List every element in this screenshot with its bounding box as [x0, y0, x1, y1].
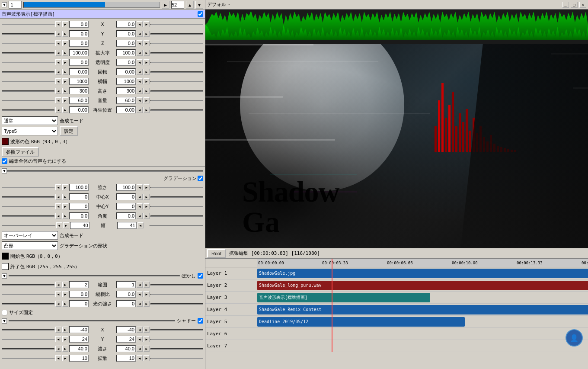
width-right-arrow3[interactable]: ▶ [144, 78, 150, 84]
blur-expand-icon[interactable]: ▼ [2, 273, 7, 279]
y-right-arrow2[interactable]: ◀ [137, 31, 143, 37]
rotation-right-arrow[interactable]: ▶ [62, 69, 68, 75]
width-left-arrow[interactable]: ◀ [55, 78, 61, 84]
z-slider-right[interactable] [150, 43, 203, 44]
centerx-right-arrow[interactable]: ▶ [62, 194, 68, 200]
diffuse-slider-right[interactable] [150, 358, 203, 359]
track-clip-1[interactable]: ShadowGale.jpg [257, 269, 588, 278]
range-slider-right[interactable] [150, 284, 203, 286]
total-frames-input[interactable]: 525 [171, 1, 184, 9]
width2-right-arrow2[interactable]: ◀ [137, 222, 144, 228]
diffuse-slider-left[interactable] [2, 358, 54, 359]
shadowy-slider-left[interactable] [2, 339, 54, 340]
track-row-4[interactable]: ShadowGale Remix Contest [257, 304, 588, 316]
maximize-btn[interactable]: □ [571, 2, 578, 8]
opacity-slider-right[interactable] [150, 62, 203, 63]
width2-value-right[interactable]: 41 [117, 222, 137, 229]
vscale-value-right[interactable]: 0.0 [116, 291, 136, 298]
vscale-right-arrow[interactable]: ▶ [62, 291, 68, 297]
centerx-value-right[interactable]: 0 [116, 193, 136, 200]
y-left-arrow[interactable]: ◀ [55, 31, 61, 37]
blur-checkbox[interactable] [198, 273, 203, 279]
range-right-arrow[interactable]: ▶ [62, 282, 68, 288]
angle-right-arrow3[interactable]: ▶ [144, 213, 150, 219]
rotation-value-right[interactable]: 0.00 [116, 68, 136, 75]
centery-value-left[interactable]: 0 [69, 203, 89, 210]
range-left-arrow[interactable]: ◀ [55, 282, 61, 288]
z-value-right[interactable]: 0.0 [116, 40, 136, 47]
volume-value-left[interactable]: 60.0 [69, 97, 89, 104]
playpos-right-arrow[interactable]: ▶ [62, 107, 68, 113]
minimize-btn[interactable]: _ [562, 2, 569, 8]
density-left-arrow[interactable]: ◀ [55, 346, 61, 352]
range-slider-left[interactable] [2, 284, 54, 286]
start-color-preview[interactable] [2, 253, 9, 260]
shadow-checkbox[interactable] [198, 318, 203, 324]
track-row-6[interactable] [257, 328, 588, 340]
settings-btn[interactable]: 設定 [60, 126, 78, 136]
shadowy-right-arrow2[interactable]: ◀ [137, 336, 143, 342]
shadowx-left-arrow[interactable]: ◀ [55, 327, 61, 333]
centery-left-arrow[interactable]: ◀ [55, 203, 61, 209]
playpos-value-right[interactable]: 0.00 [116, 106, 136, 113]
track-clip-2[interactable]: ShadowGale_long_puru.wav ▼ [257, 281, 588, 290]
shadowy-right-arrow3[interactable]: ▶ [144, 336, 150, 342]
wave-color-preview[interactable] [2, 138, 9, 145]
width-right-arrow2[interactable]: ◀ [137, 78, 143, 84]
edit-all-checkbox[interactable] [2, 158, 7, 164]
frame-down-btn[interactable]: ▼ [195, 1, 203, 9]
vscale-slider-left[interactable] [2, 294, 54, 295]
scale-value-left[interactable]: 100.00 [69, 49, 89, 56]
range-value-left[interactable]: 2 [69, 281, 89, 288]
grad-shape-select[interactable]: 凸形 [2, 241, 58, 250]
play-btn[interactable]: ▶ [162, 1, 169, 9]
rotation-right-arrow3[interactable]: ▶ [144, 69, 150, 75]
type-select[interactable]: Type5 [2, 127, 58, 135]
track-row-2[interactable]: ShadowGale_long_puru.wav ▼ [257, 279, 588, 292]
z-slider-left[interactable] [2, 43, 54, 44]
y-right-arrow[interactable]: ▶ [62, 31, 68, 37]
width-slider-right[interactable] [150, 81, 203, 82]
y-slider-right[interactable] [150, 33, 203, 35]
density-value-left[interactable]: 40.0 [69, 345, 89, 352]
angle-slider-left[interactable] [2, 215, 54, 217]
width-value-right[interactable]: 1000 [116, 78, 136, 85]
root-btn[interactable]: Root [207, 249, 226, 258]
width-slider-left[interactable] [2, 81, 54, 82]
y-value-right[interactable]: 0.0 [116, 30, 136, 37]
light-right-arrow3[interactable]: ▶ [144, 301, 150, 307]
centery-value-right[interactable]: 0 [116, 203, 136, 210]
track-clip-3[interactable]: 音声波形表示[標準描画] [257, 293, 430, 302]
rotation-slider-left[interactable] [2, 71, 54, 73]
volume-right-arrow3[interactable]: ▶ [144, 97, 150, 103]
x-right-arrow3[interactable]: ▶ [144, 21, 150, 27]
angle-slider-right[interactable] [150, 215, 203, 217]
width2-right-arrow[interactable]: ▶ [63, 222, 69, 228]
playpos-left-arrow[interactable]: ◀ [55, 107, 61, 113]
diffuse-value-left[interactable]: 10 [69, 355, 89, 362]
z-left-arrow[interactable]: ◀ [55, 40, 61, 46]
shadowx-right-arrow2[interactable]: ◀ [137, 327, 143, 333]
centerx-right-arrow2[interactable]: ◀ [137, 194, 143, 200]
light-value-right[interactable]: 0 [116, 300, 136, 307]
blur-expand-slider[interactable] [9, 275, 180, 276]
angle-value-right[interactable]: 0.0 [116, 212, 136, 219]
size-fix-checkbox[interactable] [2, 310, 7, 315]
strength-right-arrow3[interactable]: ▶ [144, 184, 150, 190]
vscale-left-arrow[interactable]: ◀ [55, 291, 61, 297]
blend-mode-select1[interactable]: 通常 [2, 116, 58, 125]
y-slider-left[interactable] [2, 33, 54, 35]
track-row-1[interactable]: ShadowGale.jpg [257, 267, 588, 279]
diffuse-right-arrow2[interactable]: ◀ [137, 355, 143, 361]
centerx-value-left[interactable]: 0 [69, 193, 89, 200]
shadowy-right-arrow[interactable]: ▶ [62, 336, 68, 342]
rotation-left-arrow[interactable]: ◀ [55, 69, 61, 75]
diffuse-right-arrow3[interactable]: ▶ [144, 355, 150, 361]
density-slider-left[interactable] [2, 348, 54, 350]
opacity-value-right[interactable]: 0.0 [116, 59, 136, 66]
centery-slider-left[interactable] [2, 206, 54, 207]
y-value-left[interactable]: 0.0 [69, 30, 89, 37]
shadowy-slider-right[interactable] [150, 339, 203, 340]
x-slider-right[interactable] [150, 24, 203, 25]
light-right-arrow[interactable]: ▶ [62, 301, 68, 307]
